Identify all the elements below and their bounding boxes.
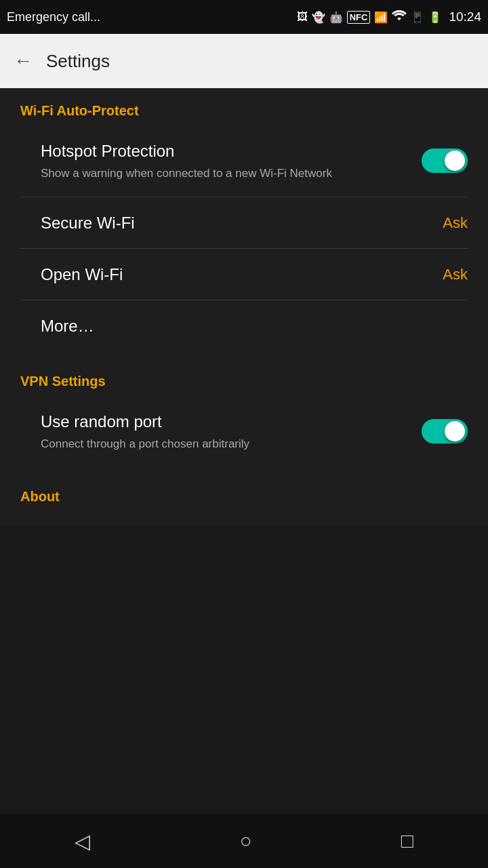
- more-item[interactable]: More…: [0, 300, 488, 351]
- about-section-header: About: [0, 474, 488, 511]
- time-display: 10:24: [449, 9, 481, 24]
- hotspot-protection-subtitle: Show a warning when connected to a new W…: [41, 165, 408, 182]
- back-button[interactable]: ←: [14, 50, 33, 72]
- hotspot-protection-toggle-knob: [445, 151, 465, 171]
- signal-icon: 📶: [374, 11, 388, 24]
- open-wifi-title: Open Wi-Fi: [41, 264, 429, 285]
- ghost-icon: 👻: [312, 11, 325, 24]
- secure-wifi-content: Secure Wi-Fi: [41, 212, 443, 233]
- status-bar: Emergency call... 🖼 👻 🤖 NFC 📶 📱 🔋 10:24: [0, 0, 488, 34]
- app-bar: ← Settings: [0, 34, 488, 88]
- nav-bar: ◁ ○ □: [0, 814, 488, 868]
- open-wifi-item[interactable]: Open Wi-Fi Ask: [0, 249, 488, 300]
- back-nav-button[interactable]: ◁: [75, 829, 90, 853]
- hotspot-protection-content: Hotspot Protection Show a warning when c…: [41, 140, 422, 182]
- random-port-title: Use random port: [41, 411, 408, 432]
- hotspot-protection-title: Hotspot Protection: [41, 140, 408, 161]
- image-icon: 🖼: [297, 11, 308, 23]
- secure-wifi-title: Secure Wi-Fi: [41, 212, 429, 233]
- vpn-section-header: VPN Settings: [0, 359, 488, 396]
- open-wifi-content: Open Wi-Fi: [41, 264, 443, 285]
- random-port-content: Use random port Connect through a port c…: [41, 411, 422, 452]
- home-nav-button[interactable]: ○: [239, 829, 251, 852]
- wifi-section-header: Wi-Fi Auto-Protect: [0, 88, 488, 125]
- battery-icon: 🔋: [428, 11, 442, 24]
- sim-icon: 📱: [411, 11, 424, 24]
- hotspot-protection-item[interactable]: Hotspot Protection Show a warning when c…: [0, 125, 488, 197]
- status-bar-right: 🖼 👻 🤖 NFC 📶 📱 🔋 10:24: [297, 9, 481, 24]
- secure-wifi-action: Ask: [443, 214, 468, 232]
- emergency-call-text: Emergency call...: [7, 10, 100, 24]
- about-section-title: About: [20, 489, 60, 504]
- wifi-icon: [392, 9, 407, 24]
- random-port-subtitle: Connect through a port chosen arbitraril…: [41, 436, 408, 452]
- recent-nav-button[interactable]: □: [401, 829, 413, 852]
- wifi-section-title: Wi-Fi Auto-Protect: [20, 103, 139, 118]
- open-wifi-action: Ask: [443, 266, 468, 283]
- random-port-toggle-knob: [445, 421, 465, 441]
- secure-wifi-item[interactable]: Secure Wi-Fi Ask: [0, 197, 488, 248]
- random-port-item[interactable]: Use random port Connect through a port c…: [0, 396, 488, 467]
- nfc-icon: NFC: [347, 11, 371, 24]
- settings-content: Wi-Fi Auto-Protect Hotspot Protection Sh…: [0, 88, 488, 525]
- more-title: More…: [41, 315, 454, 336]
- page-title: Settings: [46, 51, 110, 72]
- random-port-toggle[interactable]: [422, 419, 468, 443]
- android-icon: 🤖: [329, 11, 343, 24]
- hotspot-protection-toggle[interactable]: [422, 149, 468, 173]
- more-content: More…: [41, 315, 468, 336]
- vpn-section-title: VPN Settings: [20, 374, 106, 389]
